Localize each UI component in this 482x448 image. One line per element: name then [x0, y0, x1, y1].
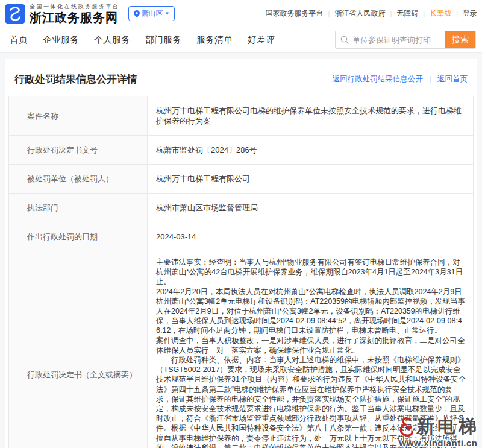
divider: | — [423, 10, 425, 17]
table-row-document-number: 行政处罚决定书文号 杭萧市监处罚〔2024〕286号 — [9, 136, 474, 165]
row-label: 行政处罚决定书文号 — [9, 136, 148, 165]
nav-item-department-services[interactable]: 部门服务 — [145, 34, 181, 46]
site-logo: 全国一体化在线政务服务平台 浙江政务服务网 萧山区 ▼ — [5, 3, 175, 24]
page-title: 行政处罚结果信息公开详情 — [14, 72, 137, 86]
site-name: 浙江政务服务网 — [30, 11, 120, 24]
nav-item-personal-services[interactable]: 个人服务 — [94, 34, 130, 46]
row-value: 杭萧市监处罚〔2024〕286号 — [148, 136, 474, 165]
row-value: 杭州市萧山区市场监督管理局 — [148, 194, 474, 222]
row-label: 案件名称 — [9, 96, 148, 136]
back-links: 返回行政处罚结果信息公开 | 返回首页 — [333, 74, 468, 84]
main-nav: 首页 企业服务 个人服务 部门服务 服务清单 好差评 搜索 — [0, 27, 482, 53]
page-head: 行政处罚结果信息公开详情 返回行政处罚结果信息公开 | 返回首页 — [5, 59, 477, 96]
link-login[interactable]: 登录 — [463, 8, 477, 19]
divider: | — [328, 10, 330, 17]
divider: | — [429, 75, 431, 83]
chevron-down-icon: ▼ — [165, 11, 170, 16]
row-value: 2024-03-14 — [148, 222, 474, 251]
header-top-links: 国家政务服务平台| 浙江省人民政府| 无障碍| 长辈版| 登录 — [266, 8, 477, 19]
row-label: 作出行政处罚的日期 — [9, 222, 148, 251]
link-national-platform[interactable]: 国家政务服务平台 — [266, 8, 324, 19]
divider: | — [456, 10, 458, 17]
search-button[interactable]: 搜索 — [445, 31, 475, 49]
zhejiang-logo-icon — [5, 4, 25, 24]
nav-item-enterprise-services[interactable]: 企业服务 — [43, 34, 79, 46]
table-row-penalized-entity: 被处罚单位（被处罚人） 杭州万丰电梯工程有限公司 — [9, 165, 474, 194]
platform-tagline: 全国一体化在线政务服务平台 — [30, 3, 120, 11]
table-row-decision-text: 行政处罚决定书（全文或摘要） 主要违法事实：经查明：当事人与杭州*物业服务有限公… — [9, 251, 474, 448]
divider: | — [390, 10, 392, 17]
row-label: 被处罚单位（被处罚人） — [9, 165, 148, 194]
penalty-detail-table: 案件名称 杭州万丰电梯工程有限公司电梯的维护保养单位未按照安全技术规范的要求，进… — [8, 96, 474, 448]
table-row-case-name: 案件名称 杭州万丰电梯工程有限公司电梯的维护保养单位未按照安全技术规范的要求，进… — [9, 96, 474, 136]
row-label: 执法部门 — [9, 194, 148, 222]
table-row-penalty-date: 作出行政处罚的日期 2024-03-14 — [9, 222, 474, 251]
location-label: 萧山区 — [142, 8, 163, 19]
link-elder-version[interactable]: 长辈版 — [430, 8, 451, 19]
row-value: 杭州万丰电梯工程有限公司电梯的维护保养单位未按照安全技术规范的要求，进行电梯维护… — [148, 96, 474, 136]
nav-item-home[interactable]: 首页 — [10, 34, 28, 46]
location-selector[interactable]: 萧山区 ▼ — [128, 6, 175, 21]
nav-item-rating[interactable]: 好差评 — [248, 34, 275, 46]
search-box: 搜索 — [335, 31, 476, 49]
location-pin-icon — [134, 10, 140, 17]
link-accessibility[interactable]: 无障碍 — [396, 8, 418, 19]
link-provincial-government[interactable]: 浙江省人民政府 — [334, 8, 385, 19]
back-link-penalty-list[interactable]: 返回行政处罚结果信息公开 — [333, 75, 423, 83]
back-link-home[interactable]: 返回首页 — [437, 75, 468, 83]
table-row-enforcement-department: 执法部门 杭州市萧山区市场监督管理局 — [9, 194, 474, 222]
content-card: 行政处罚结果信息公开详情 返回行政处罚结果信息公开 | 返回首页 案件名称 杭州… — [5, 59, 477, 448]
nav-item-service-list[interactable]: 服务清单 — [196, 34, 233, 46]
search-input[interactable] — [349, 36, 445, 45]
site-header: 全国一体化在线政务服务平台 浙江政务服务网 萧山区 ▼ 国家政务服务平台| 浙江… — [0, 0, 482, 27]
row-label: 行政处罚决定书（全文或摘要） — [9, 251, 148, 448]
search-icon — [340, 36, 349, 44]
row-value: 杭州万丰电梯工程有限公司 — [148, 165, 474, 194]
row-value: 主要违法事实：经查明：当事人与杭州*物业服务有限公司有签订电梯日常维护保养合同，… — [148, 251, 474, 448]
